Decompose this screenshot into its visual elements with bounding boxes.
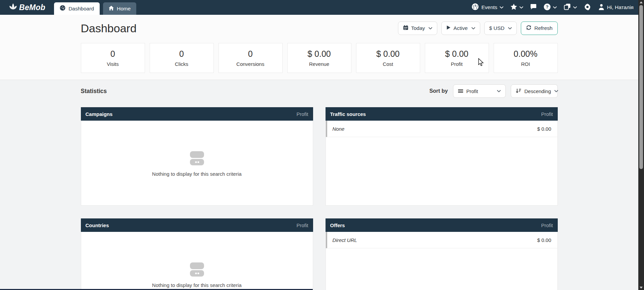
stat-card-conversions: 0 Conversions xyxy=(218,43,283,73)
bemob-logo[interactable]: BeMob xyxy=(9,3,45,12)
navbar-actions: Events ? xyxy=(472,3,638,12)
report-row[interactable]: Direct URL $ 0.00 xyxy=(326,232,557,248)
play-icon xyxy=(446,25,451,31)
chevron-down-icon xyxy=(554,90,558,92)
chevron-down-icon xyxy=(508,27,512,30)
events-menu[interactable]: Events xyxy=(472,3,503,12)
panel-title: Countries xyxy=(86,222,109,228)
stats-cards-row: 0 Visits 0 Clicks 0 Conversions $ 0.00 R… xyxy=(81,43,558,73)
help-menu[interactable]: ? xyxy=(544,3,557,12)
status-filter-button[interactable]: Active xyxy=(441,22,480,35)
stat-card-roi: 0.00% ROI xyxy=(494,43,558,73)
user-greeting: Hi, Наталія xyxy=(607,4,634,10)
status-filter-label: Active xyxy=(453,25,467,31)
stat-card-visits: 0 Visits xyxy=(81,43,145,73)
stat-label: Clicks xyxy=(175,61,188,67)
row-name: Direct URL xyxy=(333,237,357,243)
star-icon xyxy=(510,4,517,11)
empty-state: Nothing to display for this search crite… xyxy=(81,121,313,205)
stat-card-profit: $ 0.00 Profit xyxy=(425,43,489,73)
sort-field-dropdown[interactable]: Profit xyxy=(453,84,506,98)
panel-header: Offers Profit xyxy=(326,218,558,232)
stat-value: $ 0.00 xyxy=(445,49,468,59)
vertical-scrollbar[interactable] xyxy=(638,0,644,290)
refresh-icon xyxy=(526,25,532,32)
scrollbar-down-arrow[interactable] xyxy=(638,285,644,290)
stat-value: 0.00% xyxy=(514,49,538,59)
stat-card-cost: $ 0.00 Cost xyxy=(356,43,420,73)
workspaces-menu[interactable] xyxy=(564,3,577,11)
chat-button[interactable] xyxy=(530,4,537,11)
stat-label: Revenue xyxy=(309,61,329,67)
row-name: None xyxy=(333,126,345,132)
panel-metric-label: Profit xyxy=(541,222,553,228)
home-icon xyxy=(109,6,114,12)
refresh-button[interactable]: Refresh xyxy=(521,22,557,35)
tab-label: Home xyxy=(117,6,131,12)
currency-label: $ USD xyxy=(489,25,505,31)
sort-by-label: Sort by xyxy=(429,88,448,94)
refresh-label: Refresh xyxy=(534,25,552,31)
chevron-down-icon xyxy=(519,6,523,9)
panel-header: Countries Profit xyxy=(81,218,313,232)
top-navbar: BeMob Dashboard Home xyxy=(0,0,638,15)
panel-countries: Countries Profit Nothing to display f xyxy=(81,218,313,290)
currency-button[interactable]: $ USD xyxy=(484,22,517,35)
panel-offers: Offers Profit Direct URL $ 0.00 xyxy=(326,218,558,290)
stat-card-revenue: $ 0.00 Revenue xyxy=(287,43,351,73)
panel-header: Traffic sources Profit xyxy=(326,107,558,121)
user-icon xyxy=(598,3,605,11)
row-value: $ 0.00 xyxy=(537,237,551,243)
chevron-down-icon xyxy=(429,27,432,30)
stat-value: $ 0.00 xyxy=(307,49,331,59)
sort-direction-dropdown[interactable]: Descending xyxy=(511,84,558,98)
empty-database-icon xyxy=(189,262,205,278)
favorites-menu[interactable] xyxy=(510,4,523,11)
stat-value: 0 xyxy=(110,49,115,59)
panel-metric-label: Profit xyxy=(541,111,553,117)
empty-state-text: Nothing to display for this search crite… xyxy=(152,171,242,177)
dashboard-toolbar: Today Active $ USD xyxy=(398,22,558,35)
stat-value: 0 xyxy=(248,49,253,59)
report-row[interactable]: None $ 0.00 xyxy=(326,121,557,137)
chevron-down-icon xyxy=(472,27,475,30)
chat-bubble-icon xyxy=(530,4,537,11)
panel-header: Campaigns Profit xyxy=(81,107,313,121)
sort-controls: Sort by Profit Descending xyxy=(429,84,557,98)
events-gauge-icon xyxy=(472,3,479,12)
stat-label: ROI xyxy=(521,61,530,67)
row-value: $ 0.00 xyxy=(537,126,551,132)
settings-button[interactable] xyxy=(584,3,591,12)
empty-database-icon xyxy=(189,151,205,167)
report-panels-grid: Campaigns Profit Nothing to display f xyxy=(81,107,558,290)
sort-descending-icon xyxy=(516,88,521,94)
chevron-down-icon xyxy=(500,6,503,9)
dashboard-header-section: Dashboard Today xyxy=(0,15,638,80)
tab-label: Dashboard xyxy=(68,6,94,12)
tab-dashboard[interactable]: Dashboard xyxy=(54,2,100,15)
scrollbar-thumb[interactable] xyxy=(639,5,643,169)
stat-card-clicks: 0 Clicks xyxy=(150,43,214,73)
stat-value: 0 xyxy=(179,49,184,59)
list-icon xyxy=(458,88,463,94)
leaf-logo-icon xyxy=(9,3,17,12)
panel-title: Offers xyxy=(330,222,345,228)
statistics-section: Statistics Sort by Profit Des xyxy=(0,80,638,290)
panel-metric-label: Profit xyxy=(296,222,308,228)
date-range-button[interactable]: Today xyxy=(398,22,437,35)
panel-title: Campaigns xyxy=(86,111,113,117)
panel-title: Traffic sources xyxy=(330,111,366,117)
calendar-icon xyxy=(403,25,408,32)
stat-label: Conversions xyxy=(236,61,264,67)
empty-state-text: Nothing to display for this search crite… xyxy=(152,282,242,288)
scrollbar-up-arrow[interactable] xyxy=(638,0,644,5)
stat-label: Cost xyxy=(383,61,393,67)
page-title: Dashboard xyxy=(81,22,137,35)
help-icon: ? xyxy=(544,3,551,12)
stat-label: Visits xyxy=(107,61,119,67)
gear-icon xyxy=(584,3,591,12)
user-menu[interactable]: Hi, Наталія xyxy=(598,3,634,11)
stat-label: Profit xyxy=(451,61,462,67)
navbar-tabs: Dashboard Home xyxy=(54,2,136,15)
tab-home[interactable]: Home xyxy=(103,2,136,15)
